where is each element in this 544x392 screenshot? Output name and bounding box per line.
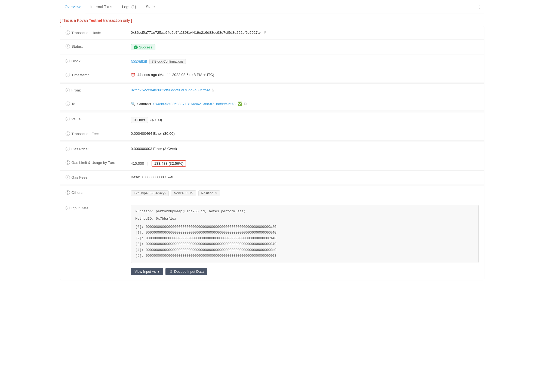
search-contract-icon: 🔍	[131, 102, 135, 106]
value-gas-limit: 410,000 | 133,488 (32.56%)	[131, 160, 479, 167]
help-icon-gas-limit[interactable]: ?	[66, 160, 70, 165]
data-value: 0000000000000000000000000000000000000000…	[146, 236, 276, 241]
row-block: ? Block: 30328535 7 Block Confirmations	[60, 54, 484, 68]
row-input-data: ? Input Data: Function: performUpkeep(ui…	[60, 200, 484, 280]
data-index: [2]:	[136, 236, 144, 241]
label-transaction-hash: ? Transaction Hash:	[66, 30, 131, 35]
help-icon-block[interactable]: ?	[66, 59, 70, 63]
label-input-data: ? Input Data:	[66, 204, 131, 210]
row-timestamp: ? Timestamp: ⏰ 44 secs ago (Mar-11-2022 …	[60, 68, 484, 82]
data-line-item: [2]:000000000000000000000000000000000000…	[136, 236, 474, 241]
value-to: 🔍 Contract 0x4cb093f226983713164a62138c3…	[131, 101, 479, 106]
tab-logs[interactable]: Logs (1)	[117, 1, 141, 13]
copy-transaction-hash[interactable]: ⎘	[264, 30, 266, 35]
label-to: ? To:	[66, 101, 131, 106]
gas-limit-value: 410,000	[131, 161, 144, 166]
function-line: Function: performUpkeep(uint256 id, byte…	[136, 209, 474, 215]
copy-from-address[interactable]: ⎘	[212, 88, 214, 92]
status-badge: Success	[131, 44, 155, 50]
value-transaction-fee: 0.000400464 Ether ($0.00)	[131, 131, 479, 136]
block-confirmations-badge: 7 Block Confirmations	[149, 59, 186, 64]
value-gas-price: 0.000000003 Ether (3 Gwei)	[131, 146, 479, 151]
transaction-detail-card: ? Transaction Hash: 0x86ed5a771e725aa94d…	[60, 26, 484, 280]
value-from: 0xfee7522e8482682cf50ddc50a0f8da2a39effa…	[131, 87, 479, 92]
data-value: 0000000000000000000000000000000000000000…	[146, 230, 276, 236]
value-timestamp: ⏰ 44 secs ago (Mar-11-2022 03:54:48 PM +…	[131, 72, 479, 77]
label-timestamp: ? Timestamp:	[66, 72, 131, 77]
decode-input-data-button[interactable]: ⚙ Decode Input Data	[165, 268, 207, 275]
row-value: ? Value: 0 Ether ($0.00)	[60, 112, 484, 127]
ether-amount: 0 Ether	[131, 117, 148, 123]
value-value: 0 Ether ($0.00)	[131, 116, 479, 123]
row-from: ? From: 0xfee7522e8482682cf50ddc50a0f8da…	[60, 84, 484, 97]
block-number-link[interactable]: 30328535	[131, 60, 147, 64]
gas-usage-value: 133,488 (32.56%)	[152, 160, 186, 167]
input-buttons: View Input As ▾ ⚙ Decode Input Data	[131, 268, 208, 275]
help-icon-status[interactable]: ?	[66, 44, 70, 48]
help-icon-to[interactable]: ?	[66, 102, 70, 106]
help-icon-input-data[interactable]: ?	[66, 206, 70, 210]
value-transaction-hash: 0x86ed5a771e725aa94d5b7fa2398e4419e216d8…	[131, 30, 479, 35]
label-from: ? From:	[66, 87, 131, 92]
method-line: MethodID: 0x7bbaf1ea	[136, 216, 474, 222]
data-value: 0000000000000000000000000000000000000000…	[146, 241, 276, 247]
help-icon-transaction-hash[interactable]: ?	[66, 30, 70, 35]
dropdown-arrow-icon: ▾	[158, 270, 159, 274]
data-line-item: [3]:000000000000000000000000000000000000…	[136, 241, 474, 247]
to-address-link[interactable]: 0x4cb093f226983713164a62138c3f718a5b595f…	[153, 102, 236, 106]
view-input-as-button[interactable]: View Input As ▾	[131, 268, 164, 275]
from-address-link[interactable]: 0xfee7522e8482682cf50ddc50a0f8da2a39effa…	[131, 88, 210, 92]
testnet-banner: [ This is a Kovan Testnet transaction on…	[60, 14, 484, 26]
help-icon-timestamp[interactable]: ?	[66, 73, 70, 77]
value-others: Txn Type: 0 (Legacy) Nonce: 3375 Positio…	[131, 190, 479, 196]
row-status: ? Status: Success	[60, 40, 484, 54]
decode-icon: ⚙	[169, 270, 173, 274]
value-input-data: Function: performUpkeep(uint256 id, byte…	[131, 204, 479, 275]
data-line-item: [0]:000000000000000000000000000000000000…	[136, 224, 474, 230]
value-status: Success	[131, 44, 479, 50]
copy-to-address[interactable]: ⎘	[244, 102, 247, 106]
base-label: Base:	[131, 175, 140, 179]
label-others: ? Others:	[66, 190, 131, 195]
data-line-item: [1]:000000000000000000000000000000000000…	[136, 230, 474, 236]
help-icon-gas-price[interactable]: ?	[66, 147, 70, 151]
help-icon-value[interactable]: ?	[66, 117, 70, 121]
tab-internal-txns[interactable]: Internal Txns	[85, 1, 117, 13]
data-value: 0000000000000000000000000000000000000000…	[146, 224, 276, 230]
pipe-separator: |	[147, 161, 148, 166]
data-index: [0]:	[136, 224, 144, 230]
clock-icon: ⏰	[131, 73, 135, 77]
label-gas-limit: ? Gas Limit & Usage by Txn:	[66, 160, 131, 165]
help-icon-others[interactable]: ?	[66, 190, 70, 195]
input-data-fade	[131, 255, 478, 263]
row-others: ? Others: Txn Type: 0 (Legacy) Nonce: 33…	[60, 186, 484, 200]
contract-prefix: Contract	[137, 102, 151, 106]
value-block: 30328535 7 Block Confirmations	[131, 58, 479, 64]
tab-overview[interactable]: Overview	[60, 1, 85, 13]
label-value: ? Value:	[66, 116, 131, 121]
tabs-nav: Overview Internal Txns Logs (1) State ⋮	[60, 0, 484, 14]
help-icon-transaction-fee[interactable]: ?	[66, 131, 70, 136]
row-to: ? To: 🔍 Contract 0x4cb093f226983713164a6…	[60, 97, 484, 111]
row-gas-fees: ? Gas Fees: Base: 0.000000008 Gwei	[60, 171, 484, 184]
data-value: 0000000000000000000000000000000000000000…	[146, 247, 276, 253]
input-data-box: Function: performUpkeep(uint256 id, byte…	[131, 205, 479, 263]
label-gas-fees: ? Gas Fees:	[66, 174, 131, 179]
data-lines: [0]:000000000000000000000000000000000000…	[136, 224, 474, 259]
tabs-more-button[interactable]: ⋮	[474, 0, 484, 14]
label-transaction-fee: ? Transaction Fee:	[66, 131, 131, 136]
data-index: [4]:	[136, 247, 144, 253]
help-icon-gas-fees[interactable]: ?	[66, 175, 70, 179]
data-index: [3]:	[136, 241, 144, 247]
tab-state[interactable]: State	[141, 1, 160, 13]
row-gas-price: ? Gas Price: 0.000000003 Ether (3 Gwei)	[60, 142, 484, 156]
base-value: 0.000000008 Gwei	[142, 175, 173, 179]
data-index: [1]:	[136, 230, 144, 236]
row-gas-limit: ? Gas Limit & Usage by Txn: 410,000 | 13…	[60, 156, 484, 171]
usd-value: ($0.00)	[150, 118, 162, 122]
row-transaction-hash: ? Transaction Hash: 0x86ed5a771e725aa94d…	[60, 26, 484, 40]
label-block: ? Block:	[66, 58, 131, 63]
label-status: ? Status:	[66, 44, 131, 48]
help-icon-from[interactable]: ?	[66, 88, 70, 92]
value-gas-fees: Base: 0.000000008 Gwei	[131, 174, 479, 179]
